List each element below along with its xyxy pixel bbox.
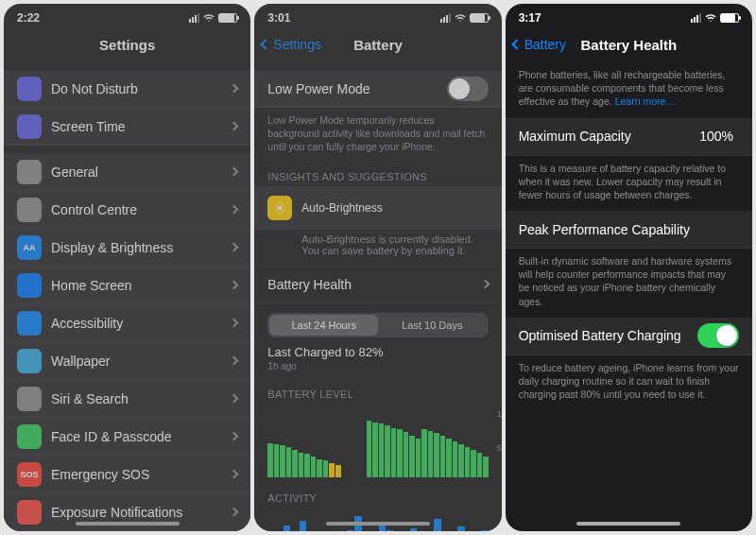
settings-row-emergency-sos[interactable]: SOSEmergency SOS (4, 456, 250, 493)
low-power-mode-row[interactable]: Low Power Mode (254, 70, 501, 108)
optimised-charging-label: Optimised Battery Charging (519, 328, 697, 343)
mark-50: 50% (497, 443, 502, 453)
level-bar (421, 429, 427, 476)
clock: 2:22 (17, 11, 40, 25)
chevron-right-icon (230, 167, 239, 177)
peak-performance-row[interactable]: Peak Performance Capability (506, 211, 752, 249)
insights-section: INSIGHTS AND SUGGESTIONS Auto-Brightness… (254, 164, 501, 256)
battery-icon (218, 13, 237, 23)
chevron-left-icon (261, 39, 271, 49)
settings-row-display-brightness[interactable]: AADisplay & Brightness (4, 229, 250, 267)
low-power-mode-toggle[interactable] (447, 77, 489, 101)
chevron-left-icon (511, 39, 522, 49)
optimised-charging-toggle[interactable] (697, 323, 739, 348)
level-bar (299, 453, 304, 477)
max-capacity-label: Maximum Capacity (519, 129, 700, 144)
status-bar: 3:17 (506, 4, 752, 26)
battery-level-header: BATTERY LEVEL (254, 381, 501, 404)
chevron-right-icon (230, 122, 239, 131)
optimised-charging-row[interactable]: Optimised Battery Charging (506, 318, 752, 355)
intro-text: Phone batteries, like all rechargeable b… (506, 62, 752, 118)
activity-bar (481, 530, 488, 531)
chevron-right-icon (230, 470, 239, 479)
gear-icon (17, 160, 42, 184)
activity-bar (347, 530, 353, 531)
level-bar (379, 423, 385, 476)
wifi-icon (203, 12, 215, 24)
chevron-right-icon (230, 243, 239, 252)
battery-level-chart: 100% 50% (267, 409, 488, 477)
low-power-mode-label: Low Power Mode (267, 81, 446, 96)
level-bar (274, 444, 280, 477)
activity-bar (284, 526, 290, 531)
row-label: Do Not Disturb (51, 81, 231, 96)
back-button[interactable]: Battery (513, 37, 566, 52)
row-label: Emergency SOS (51, 467, 231, 482)
settings-row-home-screen[interactable]: Home Screen (4, 267, 250, 304)
svg-line-6 (276, 210, 277, 211)
last-charged-title: Last Charged to 82% (254, 343, 501, 361)
settings-row-accessibility[interactable]: Accessibility (4, 304, 250, 342)
insight-desc: Auto-Brightness is currently disabled. Y… (301, 233, 488, 256)
status-bar: 3:01 (254, 4, 501, 26)
siri-icon (17, 387, 42, 411)
back-button[interactable]: Settings (262, 37, 321, 52)
AA-icon: AA (17, 235, 42, 260)
home-indicator[interactable] (326, 522, 430, 526)
time-range-segmented-control[interactable]: Last 24 Hours Last 10 Days (267, 313, 488, 337)
person-icon (17, 311, 42, 336)
level-bar (471, 450, 476, 477)
back-label: Battery (524, 37, 566, 52)
settings-row-face-id-passcode[interactable]: Face ID & Passcode (4, 418, 250, 456)
insights-header: INSIGHTS AND SUGGESTIONS (254, 164, 501, 186)
insight-title: Auto-Brightness (301, 201, 382, 215)
segment-10d[interactable]: Last 10 Days (378, 315, 487, 336)
settings-row-do-not-disturb[interactable]: Do Not Disturb (4, 70, 250, 108)
segment-24h[interactable]: Last 24 Hours (269, 315, 378, 336)
wifi-icon (455, 12, 466, 24)
row-label: Screen Time (51, 119, 231, 134)
settings-row-wallpaper[interactable]: Wallpaper (4, 342, 250, 380)
level-bar (329, 463, 335, 476)
row-label: Display & Brightness (51, 240, 231, 255)
level-bar (465, 447, 471, 477)
home-indicator[interactable] (76, 522, 180, 526)
max-capacity-value: 100% (699, 129, 733, 144)
settings-row-screen-time[interactable]: Screen Time (4, 108, 250, 146)
row-label: Wallpaper (51, 354, 231, 369)
settings-row-general[interactable]: General (4, 153, 250, 191)
cellular-icon (189, 13, 199, 23)
level-bar (453, 441, 458, 476)
maximum-capacity-row[interactable]: Maximum Capacity 100% (506, 118, 752, 156)
row-label: Control Centre (51, 202, 231, 217)
battery-health-row[interactable]: Battery Health (254, 266, 501, 303)
auto-brightness-insight[interactable]: Auto-Brightness (254, 186, 501, 230)
battery-health-screen: 3:17 Battery Battery Health Phone batter… (506, 4, 752, 531)
row-label: Home Screen (51, 278, 231, 293)
row-label: Exposure Notifications (51, 505, 231, 520)
flower-icon (17, 349, 42, 373)
page-title: Battery (353, 37, 403, 53)
battery-screen: 3:01 Settings Battery Low Power Mode Low… (254, 4, 501, 531)
wifi-icon (705, 12, 716, 24)
SOS-icon: SOS (17, 462, 42, 487)
learn-more-link[interactable]: Learn more… (615, 95, 676, 107)
chevron-right-icon (230, 205, 239, 215)
grid-icon (17, 273, 42, 298)
home-indicator[interactable] (576, 522, 680, 526)
settings-row-siri-search[interactable]: Siri & Search (4, 380, 250, 418)
page-title: Settings (99, 37, 155, 53)
activity-bar (300, 521, 306, 531)
settings-row-control-centre[interactable]: Control Centre (4, 191, 250, 229)
mark-100: 100% (497, 409, 502, 419)
nav-bar: Settings Battery (254, 26, 501, 62)
settings-group-focus: Do Not DisturbScreen Time (4, 70, 250, 146)
last-charged-subtitle: 1h ago (254, 361, 501, 371)
activity-bar (387, 530, 393, 531)
level-bar (267, 443, 273, 477)
sliders-icon (17, 198, 42, 222)
face-icon (17, 424, 42, 449)
level-bar (428, 431, 434, 477)
battery-icon (470, 13, 489, 23)
settings-row-exposure-notifications[interactable]: Exposure Notifications (4, 493, 250, 531)
